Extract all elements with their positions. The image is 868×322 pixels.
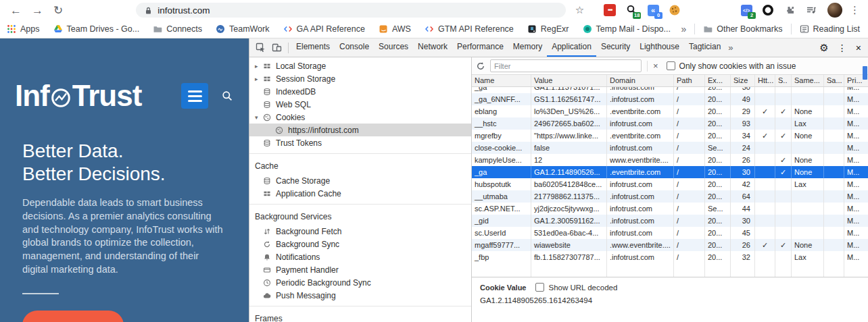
column-header-htt[interactable]: Htt... xyxy=(755,75,775,86)
bookmarks-overflow-chevron[interactable]: » xyxy=(681,24,686,34)
hamburger-menu-button[interactable] xyxy=(181,83,208,109)
playlist-icon[interactable] xyxy=(804,3,818,17)
cookie-row-utmaba[interactable]: __utmaba217798862.11375....infotrust.com… xyxy=(472,190,868,203)
sidebar-item-cookies[interactable]: ▾Cookies xyxy=(249,111,471,124)
cookie-row-gid[interactable]: _gidGA1.2.300591162....infotrust.com/20.… xyxy=(472,215,868,227)
cookie-row-sc-asp-net[interactable]: sc.ASP.NET...yj2djczoc5jtyvwxg...infotru… xyxy=(472,203,868,215)
inspect-icon[interactable] xyxy=(256,43,266,53)
forward-icon[interactable]: → xyxy=(32,5,43,16)
reading-list-button[interactable]: Reading List xyxy=(800,24,861,34)
sidebar-item-push-messaging[interactable]: Push Messaging xyxy=(249,289,471,302)
cell-path: / xyxy=(674,154,705,166)
apps-shortcut[interactable]: Apps xyxy=(7,24,40,34)
column-header-value[interactable]: Value xyxy=(531,75,607,86)
chevron-right-icon[interactable]: ▸ xyxy=(255,76,263,82)
cookie-row-sc-userid[interactable]: sc.UserId531ed0ea-6bac-4...infotrust.com… xyxy=(472,227,868,239)
clear-filter-icon[interactable]: × xyxy=(653,61,658,71)
sidebar-item-payment-handler[interactable]: Payment Handler xyxy=(249,263,471,276)
sidebar-item-https-infotrust-com[interactable]: https://infotrust.com xyxy=(249,124,471,136)
tab-application[interactable]: Application xyxy=(547,38,596,57)
bookmark-ga-api-reference[interactable]: GA API Reference xyxy=(283,24,365,34)
tab-memory[interactable]: Memory xyxy=(508,38,547,57)
column-header-ex[interactable]: Ex... xyxy=(705,75,731,86)
device-toolbar-icon[interactable] xyxy=(272,43,282,53)
column-header-same[interactable]: Same... xyxy=(792,75,824,86)
bookmark-team-drives-go[interactable]: Team Drives - Go... xyxy=(53,24,140,34)
gear-icon[interactable]: ⚙ xyxy=(819,42,828,54)
column-header-size[interactable]: Size xyxy=(731,75,755,86)
sidebar-item-periodic-background-sync[interactable]: Periodic Background Sync xyxy=(249,276,471,289)
browser-menu-icon[interactable]: ⋮ xyxy=(850,4,860,16)
tab-sources[interactable]: Sources xyxy=(374,38,413,57)
tab-tagtician[interactable]: Tagtician xyxy=(684,38,725,57)
sidebar-item-session-storage[interactable]: ▸Session Storage xyxy=(249,72,471,85)
tab-console[interactable]: Console xyxy=(335,38,374,57)
sidebar-item-web-sql[interactable]: Web SQL xyxy=(249,98,471,111)
cookie-row-close-cookie[interactable]: close-cookie...falseinfotrust.com/Se...2… xyxy=(472,142,868,154)
search-extension-icon[interactable]: 18 xyxy=(625,3,638,17)
bookmark-teamwork[interactable]: TeamWork xyxy=(216,24,270,34)
cookie-row-hubspotutk[interactable]: hubspotutkba60205412848ce...infotrust.co… xyxy=(472,178,868,190)
tabs-overflow-chevron[interactable]: » xyxy=(728,43,733,53)
url-decode-checkbox[interactable] xyxy=(535,283,544,292)
cookie-filter-input[interactable] xyxy=(490,59,642,72)
sidebar-item-trust-tokens[interactable]: Trust Tokens xyxy=(249,136,471,149)
bookmark-gtm-api-reference[interactable]: GTM API Reference xyxy=(425,24,514,34)
sidebar-item-background-sync[interactable]: Background Sync xyxy=(249,238,471,250)
lastpass-extension-icon[interactable]: ••• xyxy=(603,3,617,17)
back-icon[interactable]: ← xyxy=(10,5,22,16)
site-logo[interactable]: Inf Trust xyxy=(15,79,141,113)
cookie-row-ga-6nnff[interactable]: _ga_6NNFF...GS1.1.162561747....infotrust… xyxy=(472,93,868,105)
tag-extension-icon[interactable]: «0 xyxy=(646,3,660,17)
devtools-close-icon[interactable]: × xyxy=(856,43,861,53)
column-header-sa[interactable]: Sa... xyxy=(824,75,844,86)
column-header-domain[interactable]: Domain xyxy=(607,75,674,86)
tab-performance[interactable]: Performance xyxy=(452,38,508,57)
cell-secure xyxy=(775,87,792,93)
cookie-row-mgaff59777[interactable]: mgaff59777...wiawebsite.www.eventbrite..… xyxy=(472,239,868,251)
reload-icon[interactable]: ↻ xyxy=(53,5,63,16)
search-icon[interactable] xyxy=(222,90,233,101)
issue-filter-checkbox[interactable] xyxy=(667,61,675,70)
other-bookmarks-button[interactable]: Other Bookmarks xyxy=(703,24,782,34)
chevron-right-icon[interactable]: ▸ xyxy=(255,63,263,70)
refresh-icon[interactable] xyxy=(476,61,485,71)
bookmark-temp-mail-dispo[interactable]: Temp Mail - Dispo... xyxy=(583,24,671,34)
chevron-down-icon[interactable]: ▾ xyxy=(255,114,263,121)
puzzle-icon[interactable] xyxy=(783,3,796,17)
cookie-row-hstc[interactable]: __hstc249672665.ba602...infotrust.com/20… xyxy=(472,117,868,130)
cookie-row-ga[interactable]: _gaGA1.2.114890526....eventbrite.com/20.… xyxy=(472,166,868,178)
tab-lighthouse[interactable]: Lighthouse xyxy=(635,38,684,57)
tab-elements[interactable]: Elements xyxy=(291,38,335,57)
site-cta-button[interactable] xyxy=(22,311,124,322)
sidebar-item-notifications[interactable]: Notifications xyxy=(249,250,471,263)
sidebar-item-local-storage[interactable]: ▸Local Storage xyxy=(249,59,471,72)
sidebar-item-indexeddb[interactable]: IndexedDB xyxy=(249,85,471,98)
cookie-row-eblang[interactable]: eblanglo%3Den_US%26....eventbrite.com/20… xyxy=(472,105,868,117)
code-extension-icon[interactable]: </>2 xyxy=(740,3,753,17)
profile-avatar[interactable] xyxy=(827,3,842,18)
bookmark-connects[interactable]: Connects xyxy=(153,24,202,34)
circle-extension-icon[interactable] xyxy=(761,3,775,17)
sidebar-item-cache-storage[interactable]: Cache Storage xyxy=(249,174,471,187)
omnibox[interactable]: infotrust.com xyxy=(136,3,565,18)
column-header-s[interactable]: S.. xyxy=(775,75,792,86)
tab-network[interactable]: Network xyxy=(413,38,452,57)
devtools-menu-icon[interactable]: ⋮ xyxy=(838,43,847,53)
cell-priority: M... xyxy=(844,239,868,251)
bookmark-star-icon[interactable]: ☆ xyxy=(575,4,584,16)
cookie-extension-icon[interactable] xyxy=(668,3,681,17)
sidebar-item-application-cache[interactable]: Application Cache xyxy=(249,187,471,200)
column-header-name[interactable]: Name xyxy=(472,75,531,86)
cell-name: mgrefby xyxy=(472,130,531,142)
bookmark-aws[interactable]: AWS xyxy=(379,24,411,34)
scrollbar-thumb[interactable] xyxy=(863,66,867,80)
column-header-path[interactable]: Path xyxy=(674,75,705,86)
cookie-row-mgrefby[interactable]: mgrefby"https://www.linke....eventbrite.… xyxy=(472,130,868,142)
bookmark-regexr[interactable]: RegExr xyxy=(527,24,569,34)
cookie-row-ga[interactable]: _gaGA1.1.113731071....infotrust.com/20..… xyxy=(472,87,868,93)
cookie-row-fbp[interactable]: _fbpfb.1.15827307787....infotrust.com/20… xyxy=(472,251,868,263)
tab-security[interactable]: Security xyxy=(596,38,635,57)
cookie-row-kampyleuse[interactable]: kampyleUse...12www.eventbrite..../20...2… xyxy=(472,154,868,166)
sidebar-item-background-fetch[interactable]: Background Fetch xyxy=(249,225,471,238)
